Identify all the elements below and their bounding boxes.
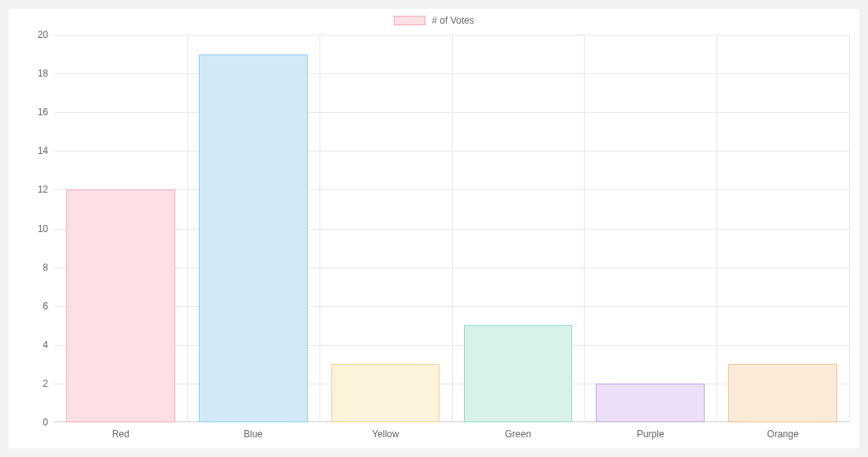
y-tick-label: 10 xyxy=(38,223,54,234)
x-tick-label: Purple xyxy=(637,422,664,440)
y-tick-label: 6 xyxy=(43,301,54,312)
gridline-x xyxy=(187,35,188,422)
bar-purple[interactable] xyxy=(596,384,705,422)
x-tick-label: Orange xyxy=(767,422,799,440)
bar-yellow[interactable] xyxy=(331,364,440,422)
y-tick-label: 14 xyxy=(38,145,54,156)
gridline-x xyxy=(849,35,850,422)
y-tick-label: 2 xyxy=(43,378,54,389)
y-tick-label: 20 xyxy=(38,29,54,40)
x-tick-label: Red xyxy=(112,422,129,440)
bar-green[interactable] xyxy=(464,325,573,422)
x-tick-label: Blue xyxy=(244,422,263,440)
x-tick-label: Green xyxy=(505,422,531,440)
gridline-x xyxy=(716,35,717,422)
legend-swatch xyxy=(394,16,425,25)
gridline-x xyxy=(452,35,453,422)
chart-canvas: # of Votes 02468101214161820RedBlueYello… xyxy=(9,9,859,448)
y-tick-label: 16 xyxy=(38,107,54,118)
chart-plot-area: 02468101214161820RedBlueYellowGreenPurpl… xyxy=(54,35,849,422)
y-tick-label: 8 xyxy=(43,262,54,273)
gridline-x xyxy=(320,35,320,422)
legend-label: # of Votes xyxy=(432,15,473,26)
bar-red[interactable] xyxy=(66,189,175,422)
bar-orange[interactable] xyxy=(728,364,837,422)
chart-legend[interactable]: # of Votes xyxy=(9,15,859,26)
y-tick-label: 12 xyxy=(38,184,54,195)
x-tick-label: Yellow xyxy=(372,422,398,440)
bar-blue[interactable] xyxy=(199,54,308,422)
y-tick-label: 0 xyxy=(43,417,54,428)
y-tick-label: 18 xyxy=(38,68,54,79)
gridline-x xyxy=(584,35,585,422)
y-tick-label: 4 xyxy=(43,339,54,350)
